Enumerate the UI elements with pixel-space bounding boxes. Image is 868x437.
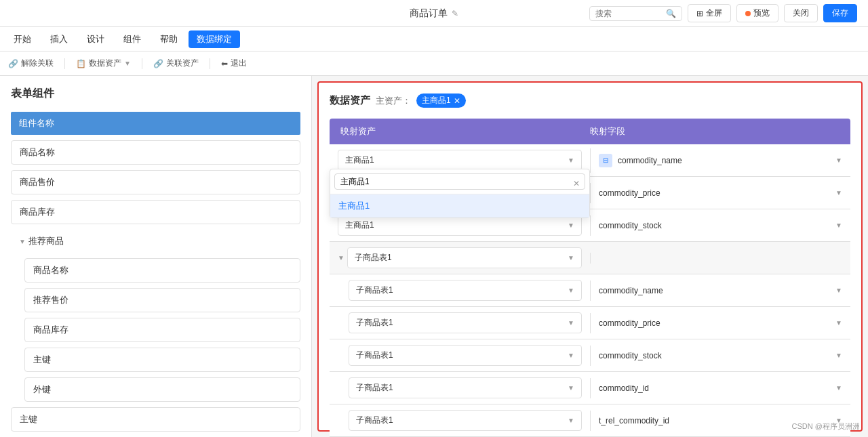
preview-dot-icon (745, 11, 751, 16)
left-panel-title: 表单组件 (11, 87, 300, 101)
data-asset-panel: 数据资产 主资产： 主商品1 ✕ 映射资产 映射字段 主商品1 (317, 81, 863, 432)
save-button[interactable]: 保存 (823, 4, 857, 22)
chevron-down-icon: ▼ (19, 238, 26, 245)
mapping-field-cell (590, 253, 850, 264)
table-row: 主商品1 ▼ ✕ 主商品1 ⊟ (330, 144, 850, 177)
toolbar-separator-2 (142, 58, 142, 69)
top-bar-title: 商品订单 ✎ (410, 7, 458, 20)
chevron-down-icon: ▼ (568, 254, 574, 262)
list-item: 商品名称 (24, 258, 300, 283)
data-asset-icon: 📋 (76, 59, 86, 68)
chevron-down-icon: ▼ (835, 287, 842, 294)
mapping-field-cell: commodity_stock ▼ (590, 215, 850, 236)
table-row: ▼ 子商品表1 ▼ (330, 242, 850, 274)
main-layout: 表单组件 组件名称 商品名称 商品售价 商品库存 ▼ 推荐商品 商品名称 推荐售… (0, 76, 868, 437)
chevron-down-icon: ▼ (568, 384, 574, 392)
menu-item-component[interactable]: 组件 (115, 30, 149, 48)
data-asset-header: 数据资产 主资产： 主商品1 ✕ (330, 93, 850, 108)
chevron-down-icon: ▼ (124, 60, 131, 67)
mapping-table-header: 映射资产 映射字段 (330, 119, 850, 144)
chevron-down-icon: ▼ (568, 319, 574, 327)
search-box: 🔍 (589, 6, 682, 21)
page-title: 商品订单 (410, 7, 448, 20)
table-row: 子商品表1 ▼ commodity_price ▼ (330, 307, 850, 339)
toolbar: 🔗 解除关联 📋 数据资产 ▼ 🔗 关联资产 ⬅ 退出 (0, 51, 868, 76)
tag-close-icon[interactable]: ✕ (454, 96, 460, 106)
chevron-down-icon: ▼ (835, 352, 842, 359)
mapping-field-cell: commodity_stock ▼ (590, 346, 850, 366)
mapping-asset-cell: 子商品表1 ▼ (330, 307, 590, 339)
menu-item-start[interactable]: 开始 (5, 30, 39, 48)
chevron-down-icon: ▼ (835, 157, 842, 164)
sub-group-recommended[interactable]: ▼ 推荐商品 (11, 230, 300, 253)
list-item: 商品库存 (11, 200, 300, 224)
left-panel: 表单组件 组件名称 商品名称 商品售价 商品库存 ▼ 推荐商品 商品名称 推荐售… (0, 76, 312, 437)
chevron-down-icon: ▼ (835, 189, 842, 196)
table-row: 子商品表1 ▼ commodity_stock ▼ (330, 339, 850, 372)
preview-button[interactable]: 预览 (736, 4, 778, 22)
dropdown-popup: ✕ 主商品1 (330, 169, 590, 218)
list-item: 商品售价 (11, 170, 300, 194)
fullscreen-icon: ⊞ (696, 9, 703, 18)
link-asset-icon: 🔗 (153, 59, 163, 68)
unlink-icon: 🔗 (8, 59, 18, 68)
mapping-asset-cell: 子商品表1 ▼ (330, 339, 590, 371)
mapping-field-cell: commodity_price ▼ (590, 313, 850, 333)
toolbar-separator-3 (210, 58, 210, 69)
chevron-down-icon: ▼ (568, 222, 574, 229)
chevron-down-icon: ▼ (835, 222, 842, 229)
mapping-asset-cell: 子商品表1 ▼ (330, 372, 590, 404)
sub-asset-select[interactable]: 子商品表1 ▼ (349, 410, 582, 431)
close-button[interactable]: 关闭 (784, 4, 818, 22)
field-type-icon: ⊟ (599, 154, 612, 167)
mapping-table: 映射资产 映射字段 主商品1 ▼ ✕ (330, 119, 850, 437)
tag-label: 主资产： (376, 95, 411, 107)
chevron-down-icon: ▼ (568, 352, 574, 359)
mapping-field-cell: commodity_price ▼ (590, 183, 850, 203)
menu-item-databind[interactable]: 数据绑定 (189, 30, 240, 48)
menu-item-insert[interactable]: 插入 (42, 30, 76, 48)
top-bar-right: 🔍 ⊞ 全屏 预览 关闭 保存 (589, 4, 857, 22)
search-icon: 🔍 (666, 9, 676, 18)
dropdown-input-wrapper: ✕ (330, 169, 589, 194)
mapping-asset-cell: ▼ 子商品表1 ▼ (330, 242, 590, 274)
dropdown-search-input[interactable] (334, 173, 585, 190)
list-item: 外键 (24, 377, 300, 402)
sub-asset-select[interactable]: 子商品表1 ▼ (349, 377, 582, 398)
mapping-field-cell: commodity_id ▼ (590, 378, 850, 398)
toolbar-separator-1 (64, 58, 65, 69)
sub-asset-select[interactable]: 子商品表1 ▼ (349, 312, 582, 333)
toolbar-data-asset[interactable]: 📋 数据资产 ▼ (76, 58, 131, 69)
chevron-down-icon: ▼ (568, 417, 574, 424)
watermark: CSDN @程序员洲洲 (792, 421, 860, 432)
sub-asset-select[interactable]: 子商品表1 ▼ (349, 345, 582, 366)
sub-table-select[interactable]: 子商品表1 ▼ (347, 247, 582, 268)
menu-item-design[interactable]: 设计 (79, 30, 113, 48)
data-asset-tag: 主商品1 ✕ (416, 93, 466, 108)
mapping-asset-cell: 子商品表1 ▼ (330, 274, 590, 306)
toolbar-link-asset[interactable]: 🔗 关联资产 (153, 58, 199, 69)
table-row: 子商品表1 ▼ commodity_id ▼ (330, 372, 850, 404)
menu-bar: 开始 插入 设计 组件 帮助 数据绑定 (0, 27, 868, 51)
chevron-down-icon: ▼ (835, 384, 842, 392)
mapping-field-cell: commodity_name ▼ (590, 280, 850, 301)
data-asset-title: 数据资产 (330, 94, 370, 107)
list-item: 主键 (11, 407, 300, 432)
list-item: 商品库存 (24, 318, 300, 342)
list-item: 商品名称 (11, 140, 300, 165)
fullscreen-button[interactable]: ⊞ 全屏 (688, 4, 731, 22)
toolbar-unlink[interactable]: 🔗 解除关联 (8, 58, 54, 69)
top-bar: 商品订单 ✎ 🔍 ⊞ 全屏 预览 关闭 保存 (0, 0, 868, 27)
list-item: 主键 (24, 348, 300, 372)
dropdown-option[interactable]: 主商品1 (330, 194, 589, 217)
table-row: 子商品表1 ▼ t_rel_commodity_id ▼ (330, 404, 850, 437)
edit-icon[interactable]: ✎ (452, 9, 458, 18)
search-input[interactable] (595, 9, 663, 18)
asset-select-1[interactable]: 主商品1 ▼ (338, 150, 582, 171)
toolbar-exit[interactable]: ⬅ 退出 (221, 58, 247, 69)
sub-asset-select[interactable]: 子商品表1 ▼ (349, 280, 582, 301)
sub-items-recommended: 商品名称 推荐售价 商品库存 主键 外键 (24, 258, 300, 402)
menu-item-help[interactable]: 帮助 (152, 30, 186, 48)
clear-icon[interactable]: ✕ (573, 179, 580, 188)
exit-icon: ⬅ (221, 59, 228, 68)
